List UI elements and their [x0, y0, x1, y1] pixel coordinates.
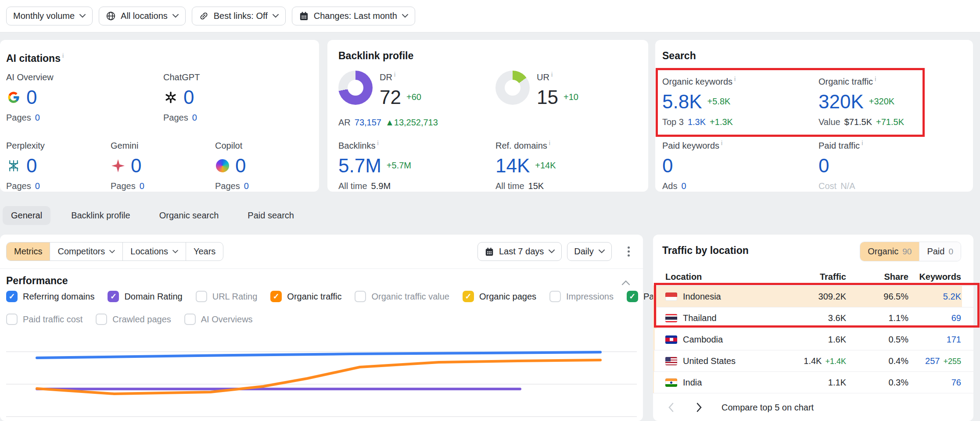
info-icon[interactable]: i	[734, 75, 736, 82]
table-row[interactable]: Thailand 3.6K 1.1% 69	[653, 307, 973, 329]
metric-checkbox[interactable]: Impressions	[549, 291, 614, 302]
info-icon[interactable]: i	[394, 71, 395, 78]
best-links-filter-button[interactable]: Best links: Off	[192, 7, 286, 25]
prev-page-chevron-icon[interactable]	[661, 398, 681, 417]
tab-backlink-profile[interactable]: Backlink profile	[63, 206, 139, 225]
toggle-paid[interactable]: Paid0	[919, 242, 961, 261]
ai-citations-count-link[interactable]: 0	[131, 155, 141, 177]
paid-traffic-value-link[interactable]: 0	[818, 155, 829, 177]
location-name: Cambodia	[683, 335, 723, 345]
share-value: 0.4%	[846, 356, 908, 366]
pages-count-link[interactable]: 0	[35, 180, 40, 192]
date-range-button[interactable]: Last 7 days	[477, 242, 562, 261]
table-row[interactable]: United States 1.4K+1.4K 0.4% 257+255	[653, 350, 973, 372]
ai-citations-count-link[interactable]: 0	[183, 86, 194, 108]
collapse-section-chevron-up-icon[interactable]	[620, 278, 632, 289]
keywords-count-link[interactable]: 76	[951, 378, 961, 388]
domain-rating-score: DRi 72+60	[338, 69, 421, 109]
organic-keywords-value-link[interactable]: 5.8K	[662, 91, 702, 113]
metric-checkbox[interactable]: Organic traffic	[270, 291, 341, 302]
changes-filter-button[interactable]: Changes: Last month	[292, 7, 415, 25]
ai-citations-count-link[interactable]: 0	[235, 155, 246, 177]
backlinks-delta: +5.7M	[387, 161, 411, 171]
country-flag-icon	[665, 335, 677, 344]
performance-line-chart	[0, 342, 643, 421]
keywords-count-link[interactable]: 69	[951, 313, 961, 323]
table-row[interactable]: India 1.1K 0.3% 76	[653, 372, 973, 393]
info-icon[interactable]: i	[377, 139, 378, 146]
url-rating-score: URi 15+10	[495, 69, 578, 109]
checkbox-label: Domain Rating	[124, 292, 182, 302]
country-flag-icon	[665, 293, 677, 301]
chevron-down-icon	[549, 250, 555, 253]
metric-checkbox[interactable]: Domain Rating	[108, 291, 182, 302]
paid-keywords-value-link[interactable]: 0	[662, 155, 673, 177]
checkbox-icon	[6, 314, 18, 325]
ar-value-link[interactable]: 73,157	[355, 117, 381, 128]
location-name: Indonesia	[683, 292, 721, 302]
info-icon[interactable]: i	[551, 71, 553, 78]
pages-count-link[interactable]: 0	[35, 112, 40, 123]
authority-rank-row: AR 73,157 ▲13,252,713	[338, 117, 438, 128]
checkbox-icon	[108, 291, 119, 302]
locations-filter-button[interactable]: All locations	[99, 7, 186, 25]
metric-checkbox[interactable]: Referring domains	[6, 291, 94, 302]
segment-locations[interactable]: Locations	[123, 243, 186, 260]
traffic-by-location-title: Traffic by location	[662, 244, 749, 257]
ref-domains-value-link[interactable]: 14K	[495, 155, 530, 177]
pages-count-link[interactable]: 0	[244, 180, 249, 192]
keywords-count-link[interactable]: 257	[925, 356, 940, 366]
metric-checkbox[interactable]: Paid traffic cost	[6, 314, 83, 325]
checkbox-label: Referring domains	[23, 292, 94, 302]
chatgpt-icon	[164, 91, 177, 104]
organic-traffic-metric: Organic traffici 320K+320K Value$71.5K+7…	[818, 73, 970, 128]
gemini-icon	[111, 158, 126, 173]
info-icon[interactable]: i	[549, 139, 550, 146]
granularity-button[interactable]: Daily	[567, 242, 611, 261]
monthly-volume-filter-button[interactable]: Monthly volume	[6, 7, 93, 25]
tab-organic-search[interactable]: Organic search	[151, 206, 227, 225]
table-row[interactable]: Cambodia 1.6K 0.5% 171	[653, 329, 973, 350]
chevron-down-icon	[273, 14, 279, 18]
metric-checkbox[interactable]: AI Overviews	[184, 314, 253, 325]
search-card: Search Organic keywordsi 5.8K+5.8K Top 3…	[655, 40, 973, 192]
ai-citations-count-link[interactable]: 0	[26, 86, 37, 108]
info-icon[interactable]: i	[875, 75, 876, 82]
next-page-chevron-icon[interactable]	[689, 398, 709, 417]
info-icon[interactable]: i	[62, 52, 64, 59]
pages-label: Pages	[111, 180, 136, 192]
ai-citations-count-link[interactable]: 0	[26, 155, 37, 177]
column-keywords: Keywords	[908, 272, 961, 282]
segment-competitors[interactable]: Competitors	[50, 243, 123, 260]
table-row[interactable]: Indonesia 309.2K 96.5% 5.2K	[653, 286, 973, 307]
keywords-count-link[interactable]: 5.2K	[943, 292, 961, 302]
metric-checkbox[interactable]: URL Rating	[196, 291, 258, 302]
paid-keywords-metric: Paid keywordsi 0 Ads0	[662, 137, 814, 192]
metric-checkbox[interactable]: Organic pages	[463, 291, 536, 302]
keywords-count-link[interactable]: 171	[947, 335, 961, 345]
backlinks-value-link[interactable]: 5.7M	[338, 155, 381, 177]
toggle-organic[interactable]: Organic90	[860, 242, 919, 261]
metric-checkbox[interactable]: Organic traffic value	[355, 291, 449, 302]
chart-scope-segmented-control: Metrics Competitors Locations Years	[6, 242, 223, 261]
tab-general[interactable]: General	[3, 206, 50, 225]
section-tabs: General Backlink profile Organic search …	[3, 206, 302, 225]
ads-count-link[interactable]: 0	[681, 180, 686, 192]
segment-years[interactable]: Years	[186, 243, 223, 260]
organic-paid-toggle: Organic90 Paid0	[860, 242, 961, 261]
info-icon[interactable]: i	[721, 139, 722, 146]
tab-paid-search[interactable]: Paid search	[239, 206, 302, 225]
segment-metrics[interactable]: Metrics	[7, 243, 50, 260]
metric-checkbox[interactable]: Crawled pages	[96, 314, 171, 325]
compare-top5-link[interactable]: Compare top 5 on chart	[722, 403, 814, 413]
location-name: Thailand	[683, 313, 717, 323]
more-options-kebab-icon[interactable]	[623, 243, 634, 260]
location-table-header: Location Traffic Share Keywords	[653, 268, 973, 286]
pages-count-link[interactable]: 0	[192, 112, 197, 123]
chevron-down-icon	[402, 14, 408, 18]
checkbox-label: Impressions	[566, 292, 614, 302]
info-icon[interactable]: i	[862, 139, 863, 146]
organic-traffic-value-link[interactable]: 320K	[818, 91, 864, 113]
top3-value-link[interactable]: 1.3K	[688, 116, 706, 128]
pages-count-link[interactable]: 0	[140, 180, 144, 192]
